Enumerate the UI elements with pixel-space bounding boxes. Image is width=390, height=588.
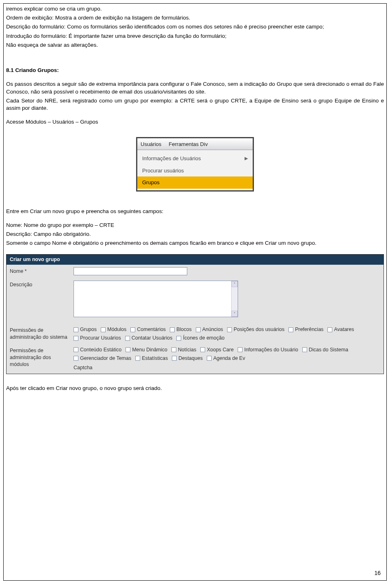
checkbox-icon[interactable] [171,347,176,352]
form-screenshot: Criar um novo grupo Nome * Descrição ˄ ˅ [6,254,384,374]
checkbox-item[interactable]: Menu Dinâmico [126,346,167,353]
intro-line-4: Introdução do formulário: É importante f… [6,33,384,40]
submenu-item-procurar[interactable]: Procurar usuários [137,165,253,177]
checkbox-icon[interactable] [126,347,130,352]
form-row-descricao: Descrição ˄ ˅ [6,278,384,320]
form-row-perm-sys: Permissões de administração do sistema G… [6,324,384,344]
checkbox-label: Ícones de emoção [183,335,224,342]
checkbox-label: Notícias [178,346,196,353]
checkbox-item[interactable]: Comentários [130,326,166,333]
tab-ferramentas[interactable]: Ferramentas Div [168,140,208,150]
checkbox-icon[interactable] [135,356,140,361]
checkbox-item[interactable]: Gerenciador de Temas [74,355,131,362]
checkbox-icon[interactable] [327,327,332,332]
checkbox-item[interactable]: Informações do Usuário [238,346,298,353]
checkbox-label: Dicas do Sistema [309,346,348,353]
checkbox-icon[interactable] [125,336,130,341]
submenu-label: Procurar usuários [142,167,184,174]
checkbox-item[interactable]: Ícones de emoção [176,335,224,342]
form-title: Criar um novo grupo [6,255,384,265]
checkbox-item[interactable]: Destaques [172,355,203,362]
page-frame: iremos explicar como se cria um grupo. O… [3,3,387,581]
checkbox-item[interactable]: Posições dos usuários [227,326,284,333]
textarea-descricao[interactable]: ˄ ˅ [74,281,238,317]
checkbox-icon[interactable] [172,356,177,361]
checkbox-icon[interactable] [227,327,232,332]
intro-line-2: Ordem de exibição: Mostra a ordem de exi… [6,14,384,22]
menu-tabs: Usuários Ferramentas Div [137,138,253,150]
checkbox-item[interactable]: Conteúdo Estático [74,346,121,353]
checkbox-icon[interactable] [130,327,135,332]
checkbox-item[interactable]: Contatar Usuários [125,335,173,342]
label-nome: Nome * [6,265,74,278]
checkbox-item[interactable]: Agenda de Ev [207,355,245,362]
captcha-label: Captcha [74,364,380,371]
submenu-item-grupos[interactable]: Grupos [137,176,253,189]
label-perm-sys: Permissões de administração do sistema [6,324,74,344]
intro-line-1: iremos explicar como se cria um grupo. [6,5,384,13]
checkbox-label: Gerenciador de Temas [80,355,131,362]
checkbox-item[interactable]: Preferências [288,326,323,333]
mid-p1: Entre em Criar um novo grupo e preencha … [6,208,384,215]
scroll-up-icon[interactable]: ˄ [232,281,238,287]
checkbox-icon[interactable] [238,347,243,352]
checkbox-icon[interactable] [200,347,205,352]
tab-usuarios[interactable]: Usuários [140,140,162,150]
checkbox-icon[interactable] [288,327,293,332]
label-descricao: Descrição [6,278,74,292]
scrollbar[interactable]: ˄ ˅ [231,281,238,317]
checkbox-label: Posições dos usuários [234,326,284,333]
checkbox-label: Conteúdo Estático [80,346,121,353]
checkbox-item[interactable]: Avatares [327,326,354,333]
checkbox-item[interactable]: Procurar Usuários [74,335,121,342]
checkbox-label: Menu Dinâmico [132,346,167,353]
checkbox-item[interactable]: Notícias [171,346,196,353]
mid-p3: Descrição: Campo não obrigatório. [6,231,384,238]
checkbox-icon[interactable] [207,356,212,361]
submenu-label: Informações de Usuários [142,155,201,162]
checkbox-grid-perm-mod: Conteúdo EstáticoMenu DinâmicoNotíciasXo… [74,346,380,362]
scroll-down-icon[interactable]: ˅ [232,311,238,317]
checkbox-label: Módulos [107,326,126,333]
page-number: 16 [374,569,381,577]
checkbox-icon[interactable] [74,336,78,341]
checkbox-item[interactable]: Dicas do Sistema [302,346,348,353]
label-perm-mod: Permissões de administração dos módulos [6,344,74,371]
checkbox-item[interactable]: Módulos [101,326,126,333]
checkbox-icon[interactable] [196,327,201,332]
checkbox-label: Informações do Usuário [244,346,298,353]
section-p3: Acesse Módulos – Usuários – Grupos [6,118,384,126]
checkbox-label: Destaques [178,355,203,362]
mid-p2: Nome: Nome do grupo por exemplo – CRTE [6,222,384,229]
checkbox-label: Procurar Usuários [80,335,121,342]
section-p2: Cada Setor do NRE, será registrado como … [6,97,384,112]
after-p1: Após ter clicado em Criar novo grupo, o … [6,385,384,392]
checkbox-label: Blocos [176,326,192,333]
checkbox-label: Anúncios [202,326,223,333]
checkbox-label: Grupos [80,326,97,333]
checkbox-item[interactable]: Grupos [74,326,97,333]
section-heading: 8.1 Criando Grupos: [6,67,384,74]
checkbox-icon[interactable] [74,327,78,332]
checkbox-icon[interactable] [101,327,106,332]
checkbox-icon[interactable] [170,327,175,332]
checkbox-label: Avatares [334,326,354,333]
mid-p4: Somente o campo Nome é obrigatório o pre… [6,240,384,247]
checkbox-item[interactable]: Estatísticas [135,355,168,362]
checkbox-icon[interactable] [74,356,78,361]
checkbox-item[interactable]: Xoops Care [200,346,234,353]
submenu-item-info-usuarios[interactable]: Informações de Usuários ▶ [137,152,253,165]
checkbox-icon[interactable] [176,336,181,341]
checkbox-label: Xoops Care [207,346,234,353]
form-row-nome: Nome * [6,265,384,278]
checkbox-label: Preferências [295,326,323,333]
input-nome[interactable] [74,267,187,275]
checkbox-icon[interactable] [74,347,78,352]
chevron-right-icon: ▶ [245,155,248,161]
intro-line-5: Não esqueça de salvar as alterações. [6,41,384,49]
checkbox-item[interactable]: Blocos [170,326,192,333]
checkbox-icon[interactable] [302,347,307,352]
checkbox-grid-perm-sys: GruposMódulosComentáriosBlocosAnúnciosPo… [74,326,380,342]
checkbox-item[interactable]: Anúncios [196,326,223,333]
checkbox-label: Estatísticas [142,355,168,362]
